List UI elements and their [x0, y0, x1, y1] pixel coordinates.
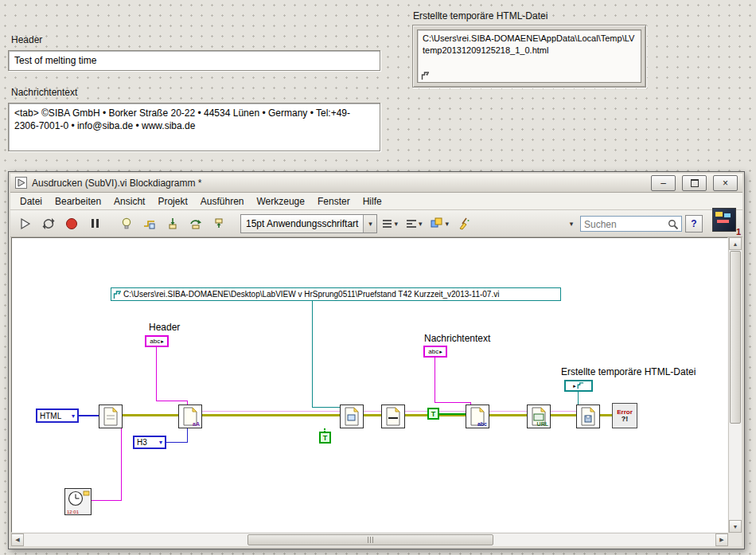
format-date-time-node[interactable]: 12:01 [64, 488, 92, 515]
text-settings-dropdown[interactable]: 15pt Anwendungsschriftart ▾ [240, 214, 377, 233]
vi-set-report-font[interactable]: aA [178, 405, 202, 428]
wire-message-string-h[interactable] [435, 402, 471, 403]
chevron-down-icon: ▾ [72, 412, 75, 420]
maximize-button[interactable] [682, 175, 707, 191]
vertical-scrollbar[interactable]: ▲ ▼ [728, 237, 742, 533]
menu-ausfuehren[interactable]: Ausführen [194, 193, 251, 209]
vi-icon-corner[interactable]: 1 [712, 208, 741, 236]
step-out-button[interactable] [208, 213, 229, 234]
wire-header-string-h[interactable] [156, 401, 188, 401]
close-icon: × [723, 178, 728, 188]
h3-enum-value: H3 [137, 438, 147, 447]
wire-clock-v[interactable] [121, 428, 122, 501]
vi-append-hypertext-url[interactable]: URL [527, 405, 551, 428]
retain-wire-values-icon [142, 217, 157, 231]
step-into-icon [166, 217, 180, 231]
h3-enum-constant[interactable]: H3 ▾ [133, 436, 166, 449]
html-file-path-terminal[interactable]: ▸ [564, 380, 593, 392]
menubar: Datei Bearbeiten Ansicht Projekt Ausführ… [10, 193, 742, 210]
wire-header-string-v[interactable] [156, 347, 157, 401]
true-constant-2[interactable]: T [319, 432, 331, 444]
menu-datei[interactable]: Datei [14, 193, 49, 209]
wire-bool-true[interactable] [439, 413, 466, 415]
vi-icon[interactable] [712, 208, 736, 232]
search-icon[interactable] [668, 219, 679, 230]
header-terminal-label: Header [149, 322, 180, 333]
horizontal-scrollbar[interactable]: ◀ ▶ [11, 533, 728, 546]
path-symbol-icon [113, 291, 122, 299]
search-options-dropdown[interactable]: ▾ [566, 216, 577, 232]
vi-path-constant[interactable]: C:\Users\rei.SIBA-DOMAENE\Desktop\LabVIE… [111, 287, 561, 301]
fp-message-label: Nachrichtentext [11, 87, 77, 98]
vi-append-report-image[interactable] [340, 405, 364, 428]
vi-glyph-text: aA [193, 421, 200, 427]
header-string-value[interactable]: Test of melting time [14, 55, 96, 66]
chevron-down-icon[interactable]: ▾ [363, 215, 376, 233]
wire-html-file-v[interactable] [578, 392, 579, 405]
step-over-icon [189, 217, 203, 231]
message-string-control[interactable]: <tab> ©SIBA GmbH • Borker Straße 20-22 •… [8, 103, 380, 151]
vi-append-report-text[interactable]: abc [466, 405, 489, 428]
menu-fenster[interactable]: Fenster [311, 193, 357, 209]
menu-projekt[interactable]: Projekt [151, 193, 193, 209]
menu-bearbeiten[interactable]: Bearbeiten [49, 193, 107, 209]
distribute-objects-dropdown[interactable]: ▾ [403, 214, 426, 233]
header-string-control[interactable]: Test of melting time [8, 50, 380, 71]
vi-append-horizontal-line[interactable] [381, 405, 405, 428]
align-objects-dropdown[interactable]: ▾ [380, 214, 401, 233]
scroll-up-button[interactable]: ▲ [729, 237, 742, 250]
header-string-terminal[interactable]: abc ▸ [145, 335, 169, 347]
reorder-dropdown[interactable]: ▾ [427, 214, 452, 233]
html-file-path-indicator[interactable]: C:\Users\rei.SIBA-DOMAENE\AppData\Local\… [412, 25, 646, 88]
menu-ansicht[interactable]: Ansicht [107, 193, 151, 209]
wire-vi-path-vertical[interactable] [312, 301, 313, 408]
message-terminal-label: Nachrichtentext [424, 333, 490, 344]
html-file-path-text[interactable]: C:\Users\rei.SIBA-DOMAENE\AppData\Local\… [417, 29, 641, 83]
fp-header-label: Header [11, 34, 42, 45]
wire-message-string-v[interactable] [435, 358, 435, 403]
simple-error-handler-node[interactable]: Error ?! [612, 403, 637, 428]
horizontal-scroll-thumb[interactable] [247, 534, 493, 545]
search-box[interactable] [580, 216, 682, 232]
titlebar[interactable]: Ausdrucken (SubVI).vi Blockdiagramm * – … [10, 174, 742, 193]
scroll-down-button[interactable]: ▼ [729, 520, 742, 533]
run-continuously-button[interactable] [38, 213, 59, 234]
menu-werkzeuge[interactable]: Werkzeuge [250, 193, 310, 209]
help-button[interactable]: ? [685, 215, 703, 233]
scroll-left-button[interactable]: ◀ [11, 534, 24, 546]
wire-clock-h[interactable] [92, 500, 122, 501]
scroll-right-button[interactable]: ▶ [715, 534, 728, 546]
abort-button[interactable] [61, 213, 82, 234]
control-arrow-icon: ▸ [161, 338, 164, 344]
minimize-button[interactable]: – [651, 175, 676, 191]
vi-icon-badge: 1 [736, 227, 741, 236]
wire-vi-path-horizontal[interactable] [312, 407, 341, 408]
menu-hilfe[interactable]: Hilfe [357, 193, 388, 209]
reorder-icon [431, 217, 442, 229]
html-enum-constant[interactable]: HTML ▾ [36, 408, 79, 423]
scroll-right-icon: ▶ [719, 537, 723, 543]
wire-h3-enum-h[interactable] [166, 442, 188, 443]
true-constant[interactable]: T [427, 408, 439, 420]
wire-html-enum[interactable] [79, 415, 99, 416]
message-string-value[interactable]: <tab> ©SIBA GmbH • Borker Straße 20-22 •… [14, 107, 350, 131]
clean-up-diagram-button[interactable] [454, 213, 475, 234]
highlight-execution-button[interactable] [116, 213, 137, 234]
wire-h3-enum-v[interactable] [187, 428, 188, 443]
scroll-up-icon: ▲ [733, 241, 738, 247]
pause-button[interactable] [84, 213, 105, 234]
report-page-icon [342, 406, 361, 427]
close-button[interactable]: × [713, 175, 738, 191]
clock-icon [65, 489, 91, 508]
search-input[interactable] [583, 217, 668, 232]
step-over-button[interactable] [185, 213, 206, 234]
run-button[interactable] [15, 213, 36, 234]
step-into-button[interactable] [162, 213, 183, 234]
retain-wire-values-button[interactable] [139, 213, 160, 234]
vi-path-text[interactable]: C:\Users\rei.SIBA-DOMAENE\Desktop\LabVIE… [123, 290, 499, 299]
vi-save-report-to-file[interactable] [576, 405, 600, 428]
vertical-scroll-thumb[interactable] [730, 251, 741, 424]
vi-new-report[interactable] [99, 405, 123, 428]
blockdiagram-canvas[interactable]: C:\Users\rei.SIBA-DOMAENE\Desktop\LabVIE… [11, 237, 728, 533]
message-string-terminal[interactable]: abc ▸ [423, 346, 447, 358]
